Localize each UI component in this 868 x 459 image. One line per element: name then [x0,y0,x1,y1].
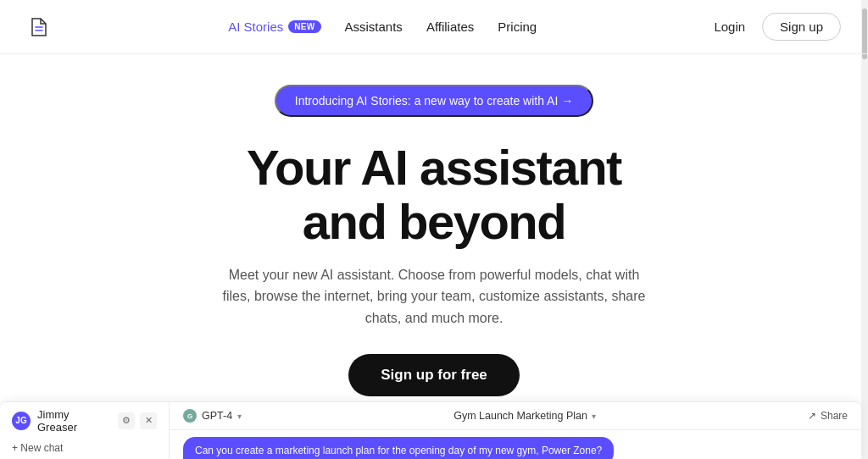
hero-subtitle: Meet your new AI assistant. Choose from … [214,264,654,329]
model-label: GPT-4 [202,410,232,422]
nav-item-pricing[interactable]: Pricing [498,19,537,34]
hero-cta-button[interactable]: Sign up for free [348,354,520,396]
nav-right: Login Sign up [714,13,841,41]
chevron-down-icon: ▾ [592,412,596,421]
preview-user-name: Jimmy Greaser [37,408,111,434]
app-preview: JG Jimmy Greaser ⚙ ✕ + New chat G GPT-4 … [0,401,861,459]
chat-message: Can you create a marketing launch plan f… [183,437,614,459]
ai-stories-badge: NEW [288,20,320,33]
hero-section: Introducing AI Stories: a new way to cre… [0,54,868,440]
close-icon[interactable]: ✕ [140,412,157,429]
signup-button[interactable]: Sign up [762,13,841,41]
share-arrow-icon: ↗ [808,410,816,422]
model-selector[interactable]: G GPT-4 ▾ [183,409,242,423]
nav-item-ai-stories[interactable]: AI Stories NEW [228,19,320,34]
hero-title: Your AI assistant and beyond [247,141,621,249]
preview-main-content: G GPT-4 ▾ Gym Launch Marketing Plan ▾ ↗ … [170,402,861,459]
new-chat-button[interactable]: + New chat [12,442,157,454]
preview-main-header: G GPT-4 ▾ Gym Launch Marketing Plan ▾ ↗ … [170,402,861,430]
preview-user-avatar: JG [12,412,31,430]
settings-icon[interactable]: ⚙ [118,412,135,429]
preview-sidebar: JG Jimmy Greaser ⚙ ✕ + New chat [0,402,170,459]
chevron-down-icon: ▾ [237,412,242,421]
navbar: AI Stories NEW Assistants Affiliates Pri… [0,0,868,54]
scrollbar[interactable] [861,0,868,459]
doc-title[interactable]: Gym Launch Marketing Plan ▾ [453,410,596,422]
preview-sidebar-icons: ⚙ ✕ [118,412,157,429]
nav-item-affiliates[interactable]: Affiliates [426,19,474,34]
login-button[interactable]: Login [714,19,745,34]
logo[interactable] [27,15,51,39]
chat-area: Can you create a marketing launch plan f… [170,430,861,459]
nav-links: AI Stories NEW Assistants Affiliates Pri… [228,19,537,34]
gpt-icon: G [183,409,197,423]
preview-user-row: JG Jimmy Greaser ⚙ ✕ [12,408,157,434]
nav-item-assistants[interactable]: Assistants [345,19,403,34]
announce-banner[interactable]: Introducing AI Stories: a new way to cre… [275,85,593,117]
share-button[interactable]: ↗ Share [808,410,848,422]
